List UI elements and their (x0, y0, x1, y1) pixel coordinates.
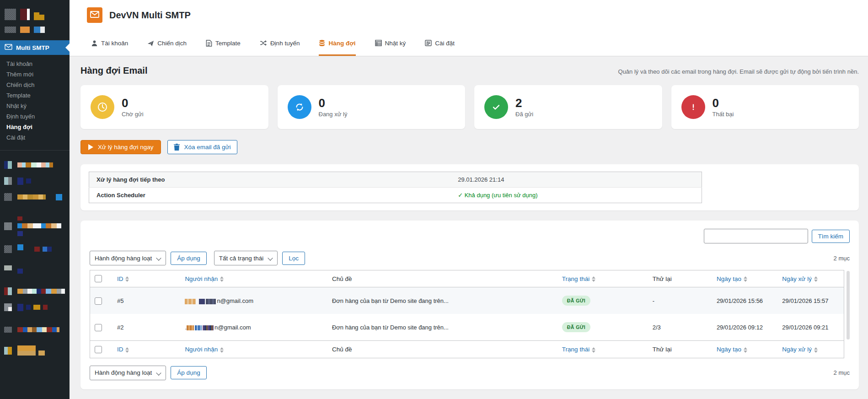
tab-hang-doi[interactable]: Hàng đợi (319, 30, 355, 56)
redacted-menu-item[interactable] (0, 323, 70, 337)
redacted-block (5, 9, 16, 20)
retry-cell: - (648, 287, 712, 314)
filter-button[interactable]: Lọc (282, 252, 305, 265)
status-cell: ĐÃ GỬI (557, 314, 648, 341)
shuffle-icon (260, 40, 267, 46)
redacted-menu-item[interactable] (0, 299, 70, 315)
sidebar-item-them-moi[interactable]: Thêm mới (0, 69, 70, 80)
redacted-pixels (185, 299, 216, 304)
send-icon (147, 40, 154, 47)
info-label: Action Scheduler (89, 188, 451, 203)
scheduler-info-table: Xử lý hàng đợi tiếp theo 29.01.2026 21:1… (89, 172, 702, 203)
queue-list-card: Tìm kiếm Hành động hàng loạt Áp dụng Tất… (80, 221, 859, 389)
subject-cell: Đơn hàng của bạn từ Demo site đang trên.… (327, 287, 557, 314)
select-all-checkbox[interactable] (95, 275, 102, 282)
redacted-menu-item[interactable] (0, 189, 70, 205)
sidebar-item-multi-smtp[interactable]: Multi SMTP (0, 40, 70, 55)
redacted-menu-item[interactable] (0, 173, 70, 189)
info-row: Action Scheduler ✓ Khả dụng (ưu tiên sử … (89, 188, 702, 203)
queue-stats: 0 Chờ gửi 0 Đang xử lý 2 Đã (80, 85, 859, 129)
check-icon (484, 95, 508, 119)
column-header-created[interactable]: Ngày tạo (712, 270, 777, 287)
redacted-icon (4, 265, 12, 270)
envelope-icon (5, 44, 12, 51)
items-count: 2 mục (834, 369, 850, 376)
redacted-icon (4, 161, 12, 169)
tab-dinh-tuyen[interactable]: Định tuyến (260, 30, 300, 56)
select-all-checkbox[interactable] (95, 346, 102, 353)
column-header-subject: Chủ đề (327, 270, 557, 287)
retry-cell: 2/3 (648, 314, 712, 341)
delete-sent-button[interactable]: Xóa email đã gửi (167, 140, 237, 154)
stat-card-failed: 0 Thất bại (671, 85, 859, 129)
bulk-action-select[interactable]: Hành động hàng loạt (90, 366, 166, 380)
column-header-processed[interactable]: Ngày xử lý (777, 270, 844, 287)
column-header-recipient[interactable]: Người nhận (180, 270, 327, 287)
column-header-processed[interactable]: Ngày xử lý (777, 341, 844, 358)
sidebar-item-dinh-tuyen[interactable]: Định tuyến (0, 111, 70, 122)
redacted-icon (4, 245, 12, 253)
scheduler-status: ✓ Khả dụng (ưu tiên sử dụng) (450, 188, 702, 203)
redacted-menu-item[interactable] (0, 258, 70, 278)
user-icon (91, 40, 98, 47)
tab-cai-dat[interactable]: Cài đặt (425, 30, 455, 56)
app-title: DevVN Multi SMTP (109, 10, 191, 21)
stat-card-sent: 2 Đã gửi (474, 85, 662, 129)
recipient-cell: n@gmail.com (180, 287, 327, 314)
column-header-status[interactable]: Trạng thái (557, 341, 648, 358)
process-queue-button[interactable]: Xử lý hàng đợi ngay (80, 140, 161, 154)
redacted-menu-item[interactable] (0, 341, 70, 360)
sidebar-item-tai-khoan[interactable]: Tài khoản (0, 59, 70, 69)
search-button[interactable]: Tìm kiếm (812, 230, 850, 243)
redacted-icon (4, 303, 12, 311)
database-icon (319, 40, 325, 47)
row-checkbox[interactable] (95, 297, 102, 305)
redacted-menu-item[interactable] (0, 157, 70, 173)
stat-label: Đang xử lý (319, 111, 348, 118)
stat-card-pending: 0 Chờ gửi (80, 85, 268, 129)
redacted-menu-item[interactable] (0, 20, 70, 34)
redacted-menu-item[interactable] (0, 240, 70, 258)
sort-arrows-icon (592, 276, 595, 282)
sidebar-item-template[interactable]: Template (0, 90, 70, 101)
sidebar-item-cai-dat[interactable]: Cài đặt (0, 132, 70, 143)
email-queue-table: ID Người nhận Chủ đề Trạng thái Thử lại … (90, 270, 844, 358)
recipient-cell: .n@gmail.com (180, 314, 327, 341)
column-header-created[interactable]: Ngày tạo (712, 341, 777, 358)
info-row: Xử lý hàng đợi tiếp theo 29.01.2026 21:1… (89, 172, 702, 188)
column-header-id[interactable]: ID (113, 270, 180, 287)
redacted-menu-item[interactable] (0, 0, 70, 20)
sidebar-item-hang-doi[interactable]: Hàng đợi (0, 122, 70, 132)
column-header-retry: Thử lại (648, 270, 712, 287)
tab-nhat-ky[interactable]: Nhật ký (375, 30, 406, 56)
column-header-id[interactable]: ID (113, 341, 180, 358)
redacted-menu-item[interactable] (0, 212, 70, 240)
table-header-row: ID Người nhận Chủ đề Trạng thái Thử lại … (90, 270, 844, 287)
column-header-subject: Chủ đề (327, 341, 557, 358)
tab-tai-khoan[interactable]: Tài khoản (91, 30, 128, 56)
redacted-menu-item[interactable] (0, 283, 70, 299)
redacted-icon (4, 287, 12, 295)
table-footer-row: ID Người nhận Chủ đề Trạng thái Thử lại … (90, 341, 844, 358)
redacted-icon (4, 347, 12, 355)
column-header-recipient[interactable]: Người nhận (180, 341, 327, 358)
sort-arrows-icon (744, 276, 747, 282)
search-input[interactable] (704, 229, 808, 243)
stat-label: Chờ gửi (122, 111, 144, 118)
bulk-action-select[interactable]: Hành động hàng loạt (90, 251, 166, 265)
play-icon (88, 144, 93, 150)
tab-chien-dich[interactable]: Chiến dịch (147, 30, 187, 56)
sidebar-submenu: Tài khoản Thêm mới Chiến dịch Template N… (0, 55, 70, 147)
sidebar-item-nhat-ky[interactable]: Nhật ký (0, 101, 70, 111)
sidebar-item-chien-dich[interactable]: Chiến dịch (0, 80, 70, 90)
column-header-status[interactable]: Trạng thái (557, 270, 648, 287)
status-filter-select[interactable]: Tất cả trạng thái (214, 251, 278, 265)
tab-template[interactable]: Template (206, 30, 241, 56)
info-label: Xử lý hàng đợi tiếp theo (89, 172, 451, 188)
apply-button[interactable]: Áp dụng (171, 252, 206, 265)
stat-value: 0 (122, 97, 144, 110)
row-checkbox[interactable] (95, 324, 102, 331)
plugin-header: DevVN Multi SMTP (70, 0, 868, 30)
table-scrollbar[interactable] (847, 271, 850, 340)
apply-button[interactable]: Áp dụng (171, 366, 206, 379)
